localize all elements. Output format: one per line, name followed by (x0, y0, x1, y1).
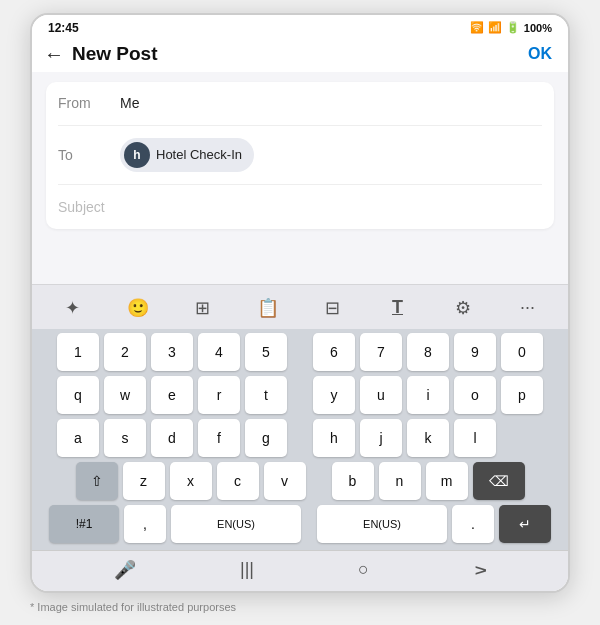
comma-key[interactable]: , (124, 505, 166, 543)
key-m[interactable]: m (426, 462, 468, 500)
compose-fields: From Me To h Hotel Check-In Subject (46, 82, 554, 229)
key-o[interactable]: o (454, 376, 496, 414)
key-3[interactable]: 3 (151, 333, 193, 371)
key-k[interactable]: k (407, 419, 449, 457)
subject-row[interactable]: Subject (58, 185, 542, 229)
key-y[interactable]: y (313, 376, 355, 414)
qwerty-row: q w e r t y u i o p (32, 376, 568, 414)
clipboard-icon[interactable]: 📋 (252, 292, 284, 324)
key-v[interactable]: v (264, 462, 306, 500)
battery-label: 100% (524, 22, 552, 34)
key-5[interactable]: 5 (245, 333, 287, 371)
period-key[interactable]: . (452, 505, 494, 543)
key-x[interactable]: x (170, 462, 212, 500)
key-j[interactable]: j (360, 419, 402, 457)
key-w[interactable]: w (104, 376, 146, 414)
key-f[interactable]: f (198, 419, 240, 457)
key-2[interactable]: 2 (104, 333, 146, 371)
key-e[interactable]: e (151, 376, 193, 414)
key-h[interactable]: h (313, 419, 355, 457)
key-c[interactable]: c (217, 462, 259, 500)
keyboard-toolbar: ✦ 🙂 ⊞ 📋 ⊟ T ⚙ ··· (32, 284, 568, 329)
number-row: 1 2 3 4 5 6 7 8 9 0 (32, 333, 568, 371)
special-key[interactable]: !#1 (49, 505, 119, 543)
key-4[interactable]: 4 (198, 333, 240, 371)
key-s[interactable]: s (104, 419, 146, 457)
key-l[interactable]: l (454, 419, 496, 457)
key-b[interactable]: b (332, 462, 374, 500)
key-a[interactable]: a (57, 419, 99, 457)
bottom-row: !#1 , EN(US) EN(US) . ↵ (32, 505, 568, 543)
back-button[interactable]: ← (44, 43, 64, 66)
more-icon[interactable]: ··· (512, 292, 544, 324)
mic-icon[interactable]: 🎤 (114, 559, 136, 581)
device-frame: 12:45 🛜 📶 🔋 100% ← New Post OK From Me T… (30, 13, 570, 593)
status-bar: 12:45 🛜 📶 🔋 100% (32, 15, 568, 39)
time-display: 12:45 (48, 21, 79, 35)
key-9[interactable]: 9 (454, 333, 496, 371)
back-nav-icon[interactable]: ∨ (468, 563, 490, 576)
image-icon[interactable]: ⊞ (187, 292, 219, 324)
from-label: From (58, 95, 110, 111)
asdfg-row: a s d f g h j k l (32, 419, 568, 457)
lang-left-key[interactable]: EN(US) (171, 505, 301, 543)
from-value: Me (120, 95, 139, 111)
zxcv-row: ⇧ z x c v b n m ⌫ (32, 462, 568, 500)
key-p[interactable]: p (501, 376, 543, 414)
layout-icon[interactable]: ⊟ (317, 292, 349, 324)
status-icons: 🛜 📶 🔋 100% (470, 21, 552, 34)
backspace-key[interactable]: ⌫ (473, 462, 525, 500)
sparkle-icon[interactable]: ✦ (57, 292, 89, 324)
key-d[interactable]: d (151, 419, 193, 457)
key-r[interactable]: r (198, 376, 240, 414)
top-bar-left: ← New Post (44, 43, 158, 66)
text-format-icon[interactable]: T (382, 292, 414, 324)
key-i[interactable]: i (407, 376, 449, 414)
emoji-icon[interactable]: 🙂 (122, 292, 154, 324)
to-label: To (58, 147, 110, 163)
compose-area: From Me To h Hotel Check-In Subject (32, 72, 568, 284)
footnote: * Image simulated for illustrated purpor… (30, 601, 570, 613)
subject-placeholder: Subject (58, 199, 105, 215)
lang-right-key[interactable]: EN(US) (317, 505, 447, 543)
key-7[interactable]: 7 (360, 333, 402, 371)
battery-icon: 🔋 (506, 21, 520, 34)
recipient-chip[interactable]: h Hotel Check-In (120, 138, 254, 172)
settings-icon[interactable]: ⚙ (447, 292, 479, 324)
keyboard: 1 2 3 4 5 6 7 8 9 0 q w e r t y u i o p (32, 329, 568, 550)
key-u[interactable]: u (360, 376, 402, 414)
enter-key[interactable]: ↵ (499, 505, 551, 543)
key-q[interactable]: q (57, 376, 99, 414)
to-row[interactable]: To h Hotel Check-In (58, 126, 542, 185)
key-0[interactable]: 0 (501, 333, 543, 371)
top-bar: ← New Post OK (32, 39, 568, 72)
recent-apps-icon[interactable]: ||| (240, 559, 254, 580)
key-t[interactable]: t (245, 376, 287, 414)
key-g[interactable]: g (245, 419, 287, 457)
key-1[interactable]: 1 (57, 333, 99, 371)
key-8[interactable]: 8 (407, 333, 449, 371)
wifi-icon: 🛜 (470, 21, 484, 34)
key-z[interactable]: z (123, 462, 165, 500)
key-n[interactable]: n (379, 462, 421, 500)
shift-key[interactable]: ⇧ (76, 462, 118, 500)
key-6[interactable]: 6 (313, 333, 355, 371)
signal-icon: 📶 (488, 21, 502, 34)
ok-button[interactable]: OK (528, 45, 552, 63)
home-icon[interactable]: ○ (358, 559, 369, 580)
recipient-avatar: h (124, 142, 150, 168)
recipient-name: Hotel Check-In (156, 147, 242, 162)
bottom-nav: 🎤 ||| ○ ∨ (32, 550, 568, 591)
from-row: From Me (58, 82, 542, 126)
page-title: New Post (72, 43, 158, 65)
